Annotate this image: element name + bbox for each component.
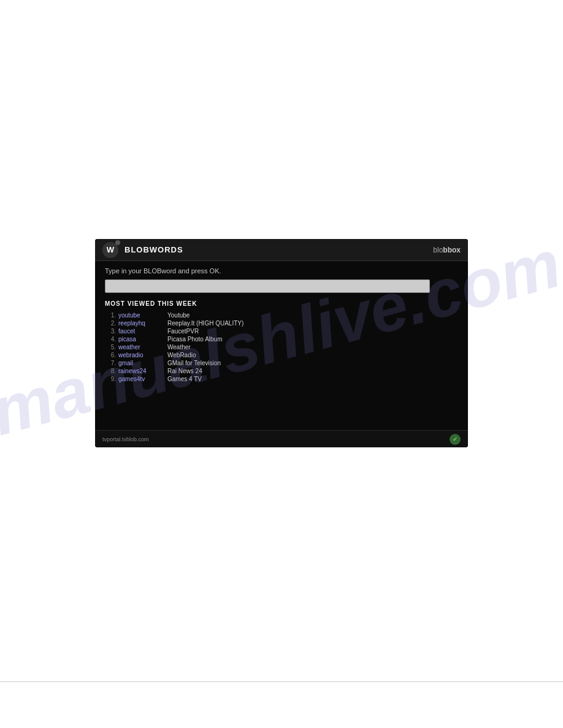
item-keyword: weather [118,344,167,351]
footer-url: tvportal.tvblob.com [102,436,149,442]
screen-footer: tvportal.tvblob.com ✓ [95,430,468,447]
item-keyword: rainews24 [118,368,167,374]
header-title: BLOBWORDS [124,245,433,254]
item-name: Games 4 TV [167,376,202,382]
item-name: Weather [167,344,191,351]
item-number: 7. [105,360,116,366]
item-name: Reeplay.It (HIGH QUALITY) [167,320,243,327]
logo-w-icon: W [107,245,114,254]
item-keyword: games4tv [118,376,167,382]
search-input-bar[interactable] [105,279,430,293]
item-name: GMail for Television [167,360,221,366]
instruction-text: Type in your BLOBword and press OK. [105,267,458,275]
item-name: WebRadio [167,352,196,358]
item-number: 6. [105,352,116,358]
list-item[interactable]: 7.gmailGMail for Television [105,360,458,366]
list-item[interactable]: 9.games4tvGames 4 TV [105,376,458,382]
tv-screen-wrapper: W BLOBWORDS blobbox Type in your BLOBwor… [95,239,468,447]
item-name: Rai News 24 [167,368,202,374]
item-number: 8. [105,368,116,374]
blobbox-bold: bbox [443,246,461,254]
item-keyword: webradio [118,352,167,358]
item-number: 4. [105,336,116,343]
bottom-divider [0,681,563,682]
page-background: manualshlive.com W BLOBWORDS blobbox Typ… [0,0,563,728]
item-keyword: reeplayhq [118,320,167,327]
item-number: 5. [105,344,116,351]
screen-body: Type in your BLOBword and press OK. MOST… [95,261,468,389]
list-item[interactable]: 3.faucetFaucetPVR [105,328,458,335]
item-keyword: picasa [118,336,167,343]
item-number: 2. [105,320,116,327]
item-name: Picasa Photo Album [167,336,223,343]
item-keyword: youtube [118,312,167,319]
item-number: 9. [105,376,116,382]
item-name: FaucetPVR [167,328,199,335]
list-item[interactable]: 6.webradioWebRadio [105,352,458,358]
list-item[interactable]: 4.picasaPicasa Photo Album [105,336,458,343]
item-keyword: gmail [118,360,167,366]
list-item[interactable]: 8.rainews24Rai News 24 [105,368,458,374]
item-name: Youtube [167,312,190,319]
list-item[interactable]: 1.youtubeYoutube [105,312,458,319]
item-number: 3. [105,328,116,335]
logo-circle: W [102,242,118,258]
tv-screen: W BLOBWORDS blobbox Type in your BLOBwor… [95,239,468,447]
logo-bubble-icon [115,240,120,245]
item-keyword: faucet [118,328,167,335]
blobbox-logo: blobbox [433,246,461,254]
list-item[interactable]: 2.reeplayhqReeplay.It (HIGH QUALITY) [105,320,458,327]
wifi-icon: ✓ [450,434,461,445]
list-item[interactable]: 5.weatherWeather [105,344,458,351]
list-container: 1.youtubeYoutube2.reeplayhqReeplay.It (H… [105,312,458,382]
header-bar: W BLOBWORDS blobbox [95,239,468,261]
section-title: MOST VIEWED THIS WEEK [105,300,458,307]
item-number: 1. [105,312,116,319]
